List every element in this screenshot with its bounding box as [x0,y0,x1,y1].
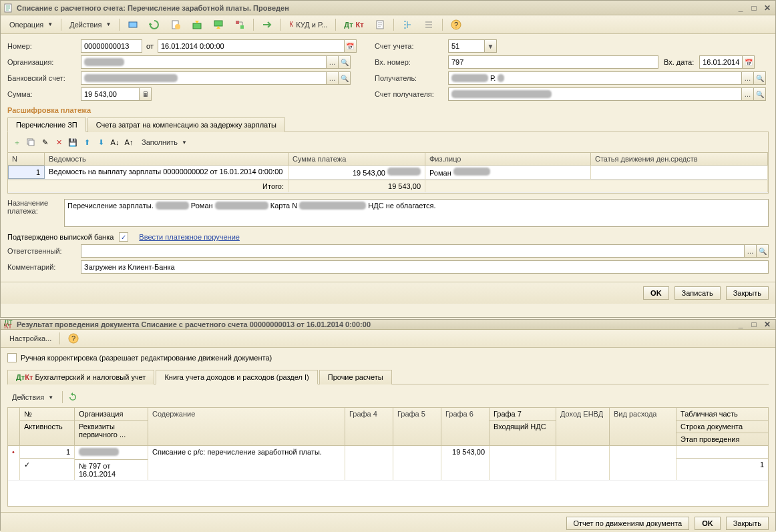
col-str[interactable]: Строка документа [676,421,768,433]
maximize-button-2[interactable]: □ [749,320,759,329]
report-button[interactable]: Отчет по движениям документа [566,517,690,530]
confirmed-checkbox[interactable]: ✓ [119,232,128,242]
sum-calc-icon[interactable]: 🖩 [140,87,152,101]
group-label: Расшифровка платежа [7,106,769,114]
clone-row-icon[interactable] [25,136,37,148]
operation-dropdown[interactable]: Операция▼ [5,17,57,32]
col-fiz[interactable]: Физ.лицо [425,153,591,165]
col-org[interactable]: Организация [75,408,148,421]
grid-row[interactable]: 1 Ведомость на выплату зарплаты 00000000… [8,166,768,180]
tb-icon-new[interactable] [166,17,186,32]
maximize-button[interactable]: □ [749,3,759,13]
minimize-button[interactable]: _ [735,3,746,13]
tab-accounting[interactable]: ДтКт Бухгалтерский и налоговый учет [7,370,154,384]
edit-row-icon[interactable]: ✎ [39,136,51,148]
bank-search-icon[interactable]: 🔍 [339,71,351,85]
org-search-icon[interactable]: 🔍 [339,55,351,69]
vxdate-picker-icon[interactable]: 📅 [743,55,755,69]
tb-icon-report[interactable] [370,17,390,32]
ok-button-2[interactable]: OK [695,517,721,530]
vxnum-input[interactable]: 797 [448,55,658,69]
col-activity[interactable]: Активность [20,421,74,433]
tab-transfer-zp[interactable]: Перечисление ЗП [7,117,86,132]
recipient-search-icon[interactable]: 🔍 [754,71,766,85]
help-button[interactable]: ? [446,17,466,32]
fill-dropdown[interactable]: Заполнить▼ [137,135,192,150]
date-picker-icon[interactable]: 📅 [345,39,357,53]
col-g7[interactable]: Графа 7 [490,408,556,421]
org-label: Организация: [7,58,81,66]
col-num[interactable]: № [20,408,74,421]
col-tabp[interactable]: Табличная часть [676,408,768,421]
manual-correction-checkbox[interactable] [7,353,17,362]
col-vid[interactable]: Вид расхода [610,408,676,445]
tb-icon-post[interactable] [187,17,207,32]
write-button[interactable]: Записать [674,286,721,300]
close-button-2[interactable]: ✕ [762,320,773,329]
tb-icon-unpost[interactable] [208,17,228,32]
col-vedomost[interactable]: Ведомость [45,153,288,165]
close-button[interactable]: ✕ [762,3,773,13]
recipient-input[interactable]: Р. [448,71,742,85]
col-rekv[interactable]: Реквизиты первичного ... [75,421,148,439]
actions2-dropdown[interactable]: Действия▼ [7,390,58,405]
kudip-button[interactable]: ККУД и Р... [284,17,332,32]
col-g5[interactable]: Графа 5 [393,408,441,445]
col-etap[interactable]: Этап проведения [676,433,768,445]
tab-kudip[interactable]: Книга учета доходов и расходов (раздел I… [156,370,317,384]
col-sum[interactable]: Сумма платежа [288,153,425,165]
tb-icon-tree[interactable] [397,17,417,32]
help-button-2[interactable]: ? [63,331,83,346]
sort-desc-icon[interactable]: A↑ [123,136,135,148]
col-g4[interactable]: Графа 4 [345,408,393,445]
number-input[interactable]: 00000000013 [81,39,142,53]
col-n[interactable]: N [8,153,45,165]
bank-select-icon[interactable]: … [327,71,339,85]
recipient-select-icon[interactable]: … [742,71,754,85]
tb-icon-1[interactable] [123,17,143,32]
refresh-icon-2[interactable] [67,391,79,403]
ok-button[interactable]: OK [643,286,669,300]
add-row-icon[interactable]: ＋ [11,136,23,148]
org-select-icon[interactable]: … [327,55,339,69]
payment-order-link[interactable]: Ввести платежное поручение [139,233,240,241]
sum-input[interactable]: 19 543,00 [81,87,140,101]
col-stat[interactable]: Статья движения ден.средств [591,153,768,165]
sort-asc-icon[interactable]: A↓ [109,136,121,148]
org-input[interactable] [81,55,327,69]
actions-dropdown[interactable]: Действия▼ [65,17,116,32]
delete-row-icon[interactable]: ✕ [53,136,65,148]
close-button-footer-2[interactable]: Закрыть [726,517,769,530]
responsible-input[interactable] [81,244,745,258]
recacct-select-icon[interactable]: … [742,87,754,101]
save-row-icon[interactable]: 💾 [67,136,79,148]
vxdate-input[interactable]: 16.01.2014 [699,55,743,69]
tb-icon-list[interactable] [419,17,439,32]
recacct-search-icon[interactable]: 🔍 [754,87,766,101]
date-input[interactable]: 16.01.2014 0:00:00 [158,39,345,53]
resp-search-icon[interactable]: 🔍 [757,244,769,258]
bank-input[interactable] [81,71,327,85]
resp-select-icon[interactable]: … [745,244,757,258]
purpose-textarea[interactable]: Перечисление зарплаты. Роман Карта N НДС… [64,199,769,227]
tb-icon-structure[interactable] [230,17,250,32]
col-vnds[interactable]: Входящий НДС [490,421,556,433]
col-sod[interactable]: Содержание [148,408,345,445]
minimize-button-2[interactable]: _ [735,320,746,329]
tb-icon-dtkt[interactable]: ДтКт [339,17,368,32]
comment-input[interactable]: Загружен из Клиент-Банка [81,260,769,274]
settings-button[interactable]: Настройка... [5,331,56,346]
grid2-row[interactable]: • 1 ✓ № 797 от 16.01.2014 Списание с р/с… [8,446,768,481]
col-g6[interactable]: Графа 6 [441,408,490,445]
close-button-footer[interactable]: Закрыть [726,286,769,300]
col-denvd[interactable]: Доход ЕНВД [556,408,610,445]
tb-icon-refresh[interactable] [144,17,164,32]
account-input[interactable]: 51 [448,39,485,53]
move-down-icon[interactable]: ⬇ [95,136,107,148]
tab-compensation[interactable]: Счета затрат на компенсацию за задержку … [87,117,285,132]
recacct-input[interactable] [448,87,742,101]
account-dropdown-icon[interactable]: ▼ [485,39,497,53]
tb-icon-go[interactable] [257,17,277,32]
move-up-icon[interactable]: ⬆ [81,136,93,148]
tab-other[interactable]: Прочие расчеты [319,370,392,384]
